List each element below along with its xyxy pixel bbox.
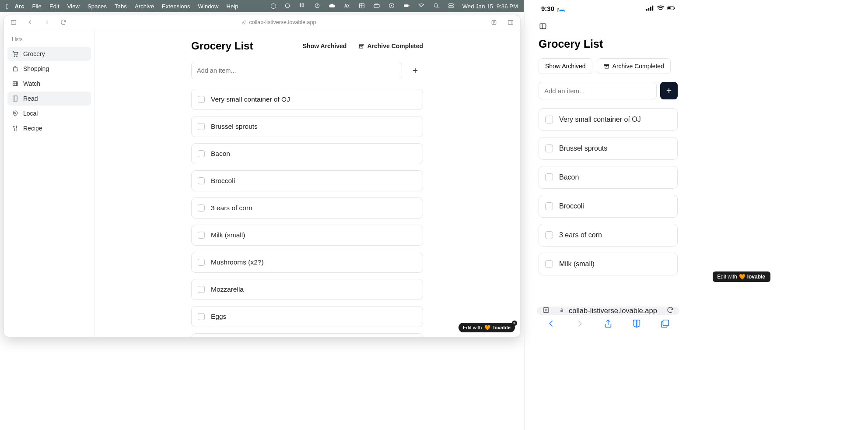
list-item[interactable]: Bacon: [539, 166, 678, 189]
close-icon[interactable]: ✕: [770, 269, 773, 273]
menubar-time[interactable]: 9:36 PM: [497, 3, 518, 10]
lock-icon: [559, 307, 564, 315]
wifi-icon[interactable]: [418, 2, 425, 11]
safari-reload-icon[interactable]: [666, 306, 674, 316]
list-item-label: Very small container of OJ: [211, 95, 290, 103]
menu-app-name[interactable]: Arc: [15, 3, 24, 10]
sidebar-item-watch[interactable]: Watch: [7, 77, 91, 91]
list-item[interactable]: Eggs: [191, 306, 423, 327]
address-bar[interactable]: collab-listiverse.lovable.app: [74, 19, 483, 25]
svg-rect-6: [409, 5, 409, 6]
list-item[interactable]: 3 ears of corn: [539, 224, 678, 247]
checkbox[interactable]: [198, 150, 205, 157]
menu-extensions[interactable]: Extensions: [162, 3, 190, 10]
close-icon[interactable]: ✕: [512, 321, 517, 326]
list-item[interactable]: Mozzarella: [191, 279, 423, 300]
checkbox[interactable]: [198, 313, 205, 320]
safari-address-bar[interactable]: collab-listiverse.lovable.app: [537, 307, 679, 315]
checkbox[interactable]: [545, 173, 553, 181]
phone-show-archived-button[interactable]: Show Archived: [539, 58, 592, 74]
list-item[interactable]: Broccoli: [191, 170, 423, 191]
checkbox[interactable]: [545, 260, 553, 268]
list-item[interactable]: 3 ears of corn: [191, 197, 423, 219]
add-item-input[interactable]: [191, 62, 402, 79]
toolbar-icon-2[interactable]: [504, 17, 517, 28]
status-icon-2[interactable]: [284, 2, 291, 11]
list-item[interactable]: Milk (small): [539, 253, 678, 275]
checkbox[interactable]: [198, 259, 205, 266]
checkbox[interactable]: [198, 96, 205, 103]
safari-url: collab-listiverse.lovable.app: [569, 307, 657, 315]
phone-add-item-input[interactable]: [539, 82, 657, 99]
list-item[interactable]: Very small container of OJ: [191, 89, 423, 110]
reader-icon[interactable]: [542, 306, 550, 315]
menu-view[interactable]: View: [67, 3, 80, 10]
sidebar-item-shopping[interactable]: Shopping: [7, 62, 91, 76]
menu-spaces[interactable]: Spaces: [88, 3, 107, 10]
status-icon-1[interactable]: [271, 4, 276, 9]
safari-bookmarks-icon[interactable]: [628, 315, 645, 332]
checkbox[interactable]: [198, 177, 205, 184]
status-icon-6[interactable]: [343, 2, 350, 11]
checkbox[interactable]: [198, 286, 205, 293]
status-icon-9[interactable]: [388, 2, 395, 11]
list-item[interactable]: Bacon: [191, 143, 423, 164]
menu-edit[interactable]: Edit: [49, 3, 60, 10]
list-item[interactable]: Sweet Baby Ray's: [191, 333, 423, 337]
checkbox[interactable]: [198, 204, 205, 211]
checkbox[interactable]: [545, 116, 553, 123]
book-icon: [12, 95, 19, 102]
back-icon[interactable]: [24, 17, 36, 28]
battery-icon[interactable]: [403, 2, 410, 11]
search-icon[interactable]: [433, 2, 440, 11]
reload-icon[interactable]: [57, 17, 70, 28]
checkbox[interactable]: [545, 231, 553, 239]
archive-icon: [603, 63, 610, 70]
cloud-icon[interactable]: [329, 2, 336, 11]
checkbox[interactable]: [198, 232, 205, 239]
list-item[interactable]: Broccoli: [539, 195, 678, 218]
control-center-icon[interactable]: [448, 2, 455, 11]
sidebar-item-read[interactable]: Read: [7, 92, 91, 106]
menu-file[interactable]: File: [32, 3, 42, 10]
archive-completed-button[interactable]: Archive Completed: [358, 42, 423, 49]
sidebar-toggle-icon[interactable]: [7, 17, 20, 28]
sidebar-item-recipe[interactable]: Recipe: [7, 121, 91, 135]
svg-point-7: [434, 4, 438, 7]
dropbox-icon[interactable]: [299, 2, 306, 11]
status-icon-7[interactable]: [358, 2, 365, 11]
menu-window[interactable]: Window: [198, 3, 219, 10]
checkbox[interactable]: [545, 202, 553, 210]
menu-help[interactable]: Help: [226, 3, 238, 10]
phone-sidebar-toggle-icon[interactable]: [539, 22, 547, 32]
add-item-button[interactable]: [407, 63, 423, 78]
phone-lovable-badge[interactable]: Edit with 🧡 lovable ✕: [713, 271, 770, 282]
sidebar-item-local[interactable]: Local: [7, 106, 91, 120]
lovable-badge[interactable]: Edit with 🧡 lovable ✕: [458, 323, 515, 332]
checkbox[interactable]: [545, 145, 553, 152]
phone-add-item-button[interactable]: [660, 82, 678, 99]
sidebar-item-grocery[interactable]: Grocery: [7, 47, 91, 61]
sidebar-item-label: Shopping: [23, 65, 49, 72]
menu-tabs[interactable]: Tabs: [115, 3, 127, 10]
list-item[interactable]: Milk (small): [191, 225, 423, 246]
show-archived-button[interactable]: Show Archived: [303, 42, 347, 49]
safari-forward-icon[interactable]: [571, 315, 588, 332]
menu-archive[interactable]: Archive: [135, 3, 154, 10]
menubar-date[interactable]: Wed Jan 15: [462, 3, 493, 10]
status-icon-4[interactable]: [314, 2, 321, 11]
safari-share-icon[interactable]: [599, 315, 617, 332]
checkbox[interactable]: [198, 123, 205, 130]
phone-content: Grocery List Show Archived Archive Compl…: [533, 38, 683, 307]
phone-archive-completed-button[interactable]: Archive Completed: [597, 58, 671, 74]
list-item[interactable]: Mushrooms (x2?): [191, 252, 423, 273]
forward-icon[interactable]: [41, 17, 53, 28]
list-item[interactable]: Very small container of OJ: [539, 108, 678, 131]
safari-tabs-icon[interactable]: [656, 315, 674, 332]
list-item[interactable]: Brussel sprouts: [191, 116, 423, 137]
safari-back-icon[interactable]: [542, 315, 560, 332]
status-icon-8[interactable]: [373, 2, 380, 11]
list-item[interactable]: Brussel sprouts: [539, 137, 678, 160]
toolbar-icon-1[interactable]: [488, 17, 500, 28]
apple-icon[interactable]: : [6, 3, 9, 10]
